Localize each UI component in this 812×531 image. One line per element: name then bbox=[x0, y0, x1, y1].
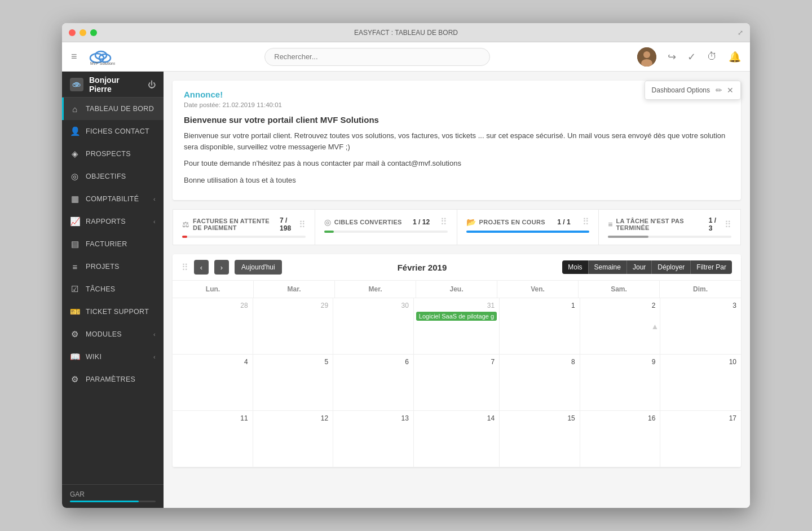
sidebar-item-modules[interactable]: ⚙ MODULES ‹ bbox=[62, 323, 164, 346]
cal-date: 2 bbox=[582, 300, 658, 311]
cal-cell-jan30[interactable]: 30 bbox=[333, 298, 414, 355]
cal-date: 1 bbox=[502, 300, 577, 311]
close-dashboard-icon[interactable]: ✕ bbox=[727, 86, 734, 95]
stat-value-taches: 1 / 3 bbox=[709, 216, 720, 232]
topbar: ≡ MVF Solutions bbox=[62, 42, 750, 72]
cal-cell-feb2[interactable]: 2 ▲ bbox=[580, 298, 661, 355]
cal-day-mar: Mar. bbox=[254, 281, 335, 298]
prospects-icon: ◈ bbox=[70, 149, 80, 159]
chevron-left-icon-2: ‹ bbox=[153, 218, 156, 225]
clock-icon[interactable]: ⏱ bbox=[707, 51, 717, 63]
cal-cell-feb17[interactable]: 17 bbox=[660, 411, 741, 467]
drag-handle-taches: ⠿ bbox=[725, 219, 731, 230]
cal-cell-feb9[interactable]: 9 bbox=[580, 355, 661, 411]
app-container: ≡ MVF Solutions bbox=[62, 42, 750, 508]
cal-tab-filtrer[interactable]: Filtrer Par bbox=[691, 260, 732, 274]
cal-cell-feb11[interactable]: 11 bbox=[173, 411, 253, 467]
cal-date: 4 bbox=[175, 357, 250, 367]
cal-scroll-icon: ▲ bbox=[651, 322, 659, 331]
maximize-traffic-light[interactable] bbox=[90, 29, 97, 36]
sidebar-item-fiches-contact[interactable]: 👤 FICHES CONTACT bbox=[62, 120, 164, 143]
cal-date: 8 bbox=[502, 357, 577, 367]
sidebar-item-projets[interactable]: ≡ PROJETS bbox=[62, 255, 164, 278]
sidebar-label-rapports: RAPPORTS bbox=[86, 218, 148, 225]
projets-stat-icon: 📂 bbox=[466, 218, 476, 227]
cal-cell-feb8[interactable]: 8 bbox=[500, 355, 580, 411]
cal-date: 15 bbox=[502, 413, 577, 423]
svg-text:MVF Solutions: MVF Solutions bbox=[90, 61, 115, 65]
stat-header-projets: 📂 PROJETS EN COURS 1 / 1 ⠿ bbox=[466, 216, 590, 227]
cal-cell-feb12[interactable]: 12 bbox=[253, 411, 334, 467]
cal-cell-feb14[interactable]: 14 bbox=[414, 411, 500, 467]
cal-cell-jan29[interactable]: 29 bbox=[253, 298, 334, 355]
bell-icon[interactable]: 🔔 bbox=[729, 51, 741, 63]
cal-tab-semaine[interactable]: Semaine bbox=[589, 260, 627, 274]
announcement-date: Date postée: 21.02.2019 11:40:01 bbox=[184, 101, 730, 108]
sidebar-item-rapports[interactable]: 📈 RAPPORTS ‹ bbox=[62, 210, 164, 233]
sidebar-label-wiki: WIKI bbox=[86, 353, 148, 361]
power-icon[interactable]: ⏻ bbox=[148, 80, 156, 89]
sidebar-label-tableau-de-bord: TABLEAU DE BORD bbox=[86, 105, 156, 113]
sidebar-label-taches: TÂCHES bbox=[86, 285, 156, 293]
cal-cell-feb16[interactable]: 16 bbox=[580, 411, 661, 467]
cal-cell-jan28[interactable]: 28 bbox=[173, 298, 253, 355]
cal-cell-feb13[interactable]: 13 bbox=[333, 411, 414, 467]
sidebar-item-tableau-de-bord[interactable]: ⌂ TABLEAU DE BORD bbox=[62, 98, 164, 120]
cal-next-button[interactable]: › bbox=[214, 260, 229, 275]
drag-handle-factures: ⠿ bbox=[299, 219, 306, 230]
comptabilite-icon: ▦ bbox=[70, 194, 80, 204]
cibles-stat-icon: ◎ bbox=[324, 218, 331, 227]
cal-tab-deployer[interactable]: Déployer bbox=[652, 260, 691, 274]
sidebar-item-prospects[interactable]: ◈ PROSPECTS bbox=[62, 143, 164, 165]
forward-icon[interactable]: ↪ bbox=[668, 51, 676, 63]
cal-cell-feb1[interactable]: 1 bbox=[500, 298, 580, 355]
stat-label-cibles: CIBLES CONVERTIES bbox=[334, 219, 402, 225]
sidebar-label-objectifs: OBJECTIFS bbox=[86, 172, 156, 180]
cal-date: 31 bbox=[416, 300, 497, 311]
cal-date: 30 bbox=[336, 300, 411, 311]
cal-cell-feb4[interactable]: 4 bbox=[173, 355, 253, 411]
cal-tab-mois[interactable]: Mois bbox=[562, 260, 588, 274]
sidebar-item-comptabilite[interactable]: ▦ COMPTABILITÉ ‹ bbox=[62, 188, 164, 210]
stat-card-taches: ≡ LA TÂCHE N'EST PAS TERMINÉE 1 / 3 ⠿ bbox=[598, 209, 741, 245]
minimize-traffic-light[interactable] bbox=[80, 29, 86, 36]
sidebar-label-prospects: PROSPECTS bbox=[86, 150, 156, 158]
cal-day-mer: Mer. bbox=[335, 281, 416, 298]
menu-toggle-icon[interactable]: ≡ bbox=[71, 51, 77, 63]
stat-title-group-factures: ⚖ FACTURES EN ATTENTE DE PAIEMENT bbox=[182, 218, 275, 231]
check-icon[interactable]: ✓ bbox=[687, 51, 696, 63]
sidebar-item-objectifs[interactable]: ◎ OBJECTIFS bbox=[62, 165, 164, 188]
stat-progress-fill-taches bbox=[608, 236, 648, 238]
edit-dashboard-icon[interactable]: ✏ bbox=[716, 86, 722, 95]
cal-tab-jour[interactable]: Jour bbox=[627, 260, 652, 274]
cal-cell-feb6[interactable]: 6 bbox=[333, 355, 414, 411]
sidebar-item-wiki[interactable]: 📖 WIKI ‹ bbox=[62, 346, 164, 368]
cal-prev-button[interactable]: ‹ bbox=[194, 260, 209, 275]
taches-stat-icon: ≡ bbox=[608, 220, 612, 229]
cal-cell-feb10[interactable]: 10 bbox=[660, 355, 741, 411]
cal-today-button[interactable]: Aujourd'hui bbox=[235, 260, 282, 275]
announcement-paragraph-1: Bienvenue sur votre portail client. Retr… bbox=[184, 130, 730, 152]
sidebar-item-taches[interactable]: ☑ TÂCHES bbox=[62, 278, 164, 300]
expand-icon[interactable]: ⤢ bbox=[738, 29, 743, 37]
calendar-grid: Lun. Mar. Mer. Jeu. Ven. Sam. Dim. 28 29 bbox=[173, 281, 741, 467]
cal-cell-feb3[interactable]: 3 bbox=[660, 298, 741, 355]
stat-header-factures: ⚖ FACTURES EN ATTENTE DE PAIEMENT 7 / 19… bbox=[182, 216, 306, 232]
chevron-left-icon-4: ‹ bbox=[153, 353, 156, 360]
cal-event[interactable]: Logiciel SaaS de pilotage g bbox=[416, 312, 497, 321]
cal-day-dim: Dim. bbox=[660, 281, 741, 298]
cal-cell-feb7[interactable]: 7 bbox=[414, 355, 500, 411]
stat-card-cibles: ◎ CIBLES CONVERTIES 1 / 12 ⠿ bbox=[315, 209, 457, 245]
main-content: Bonjour Pierre ⏻ ⌂ TABLEAU DE BORD 👤 FIC… bbox=[62, 72, 750, 508]
close-traffic-light[interactable] bbox=[69, 29, 76, 36]
cal-cell-feb15[interactable]: 15 bbox=[500, 411, 580, 467]
avatar[interactable] bbox=[637, 47, 656, 67]
calendar-section: ⠿ ‹ › Aujourd'hui Février 2019 Mois Sema… bbox=[173, 254, 741, 467]
rapports-icon: 📈 bbox=[70, 216, 80, 227]
sidebar-item-ticket-support[interactable]: 🎫 TICKET SUPPORT bbox=[62, 300, 164, 323]
cal-cell-feb5[interactable]: 5 bbox=[253, 355, 334, 411]
sidebar-item-parametres[interactable]: ⚙ PARAMÈTRES bbox=[62, 368, 164, 391]
sidebar-item-facturier[interactable]: ▤ FACTURIER bbox=[62, 233, 164, 255]
search-input[interactable] bbox=[264, 48, 490, 66]
cal-cell-jan31[interactable]: 31 Logiciel SaaS de pilotage g bbox=[414, 298, 500, 355]
